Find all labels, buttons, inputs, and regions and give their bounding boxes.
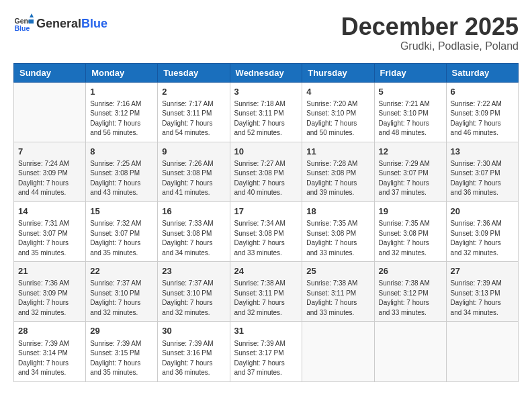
calendar-day-22: 22Sunrise: 7:37 AM Sunset: 3:10 PM Dayli… [86,262,158,322]
day-info: Sunrise: 7:29 AM Sunset: 3:07 PM Dayligh… [379,159,442,198]
calendar-day-26: 26Sunrise: 7:38 AM Sunset: 3:12 PM Dayli… [374,262,446,322]
logo-general-text: General [36,17,81,30]
day-number: 3 [234,86,298,98]
calendar-day-7: 7Sunrise: 7:24 AM Sunset: 3:09 PM Daylig… [14,142,86,201]
day-info: Sunrise: 7:39 AM Sunset: 3:13 PM Dayligh… [451,279,514,318]
day-info: Sunrise: 7:39 AM Sunset: 3:16 PM Dayligh… [162,339,225,378]
day-number: 26 [379,265,442,277]
calendar-day-4: 4Sunrise: 7:20 AM Sunset: 3:10 PM Daylig… [302,82,374,142]
calendar-day-19: 19Sunrise: 7:35 AM Sunset: 3:08 PM Dayli… [374,201,446,261]
day-number: 21 [18,265,81,277]
column-header-saturday: Saturday [446,63,518,82]
day-number: 31 [234,325,298,337]
calendar-day-1: 1Sunrise: 7:16 AM Sunset: 3:12 PM Daylig… [86,82,158,142]
calendar-day-16: 16Sunrise: 7:33 AM Sunset: 3:08 PM Dayli… [158,201,230,261]
svg-marker-3 [29,19,34,24]
calendar-week-row: 14Sunrise: 7:31 AM Sunset: 3:07 PM Dayli… [14,201,519,261]
day-number: 18 [306,205,369,218]
calendar-empty-cell [14,82,86,142]
day-number: 7 [18,146,81,158]
calendar: SundayMondayTuesdayWednesdayThursdayFrid… [13,63,519,382]
column-header-wednesday: Wednesday [230,63,302,82]
title-area: December 2025 Grudki, Podlasie, Poland [341,13,519,52]
calendar-day-15: 15Sunrise: 7:32 AM Sunset: 3:07 PM Dayli… [86,201,158,261]
calendar-day-14: 14Sunrise: 7:31 AM Sunset: 3:07 PM Dayli… [14,201,86,261]
logo-icon: General Blue [13,13,34,34]
day-info: Sunrise: 7:27 AM Sunset: 3:08 PM Dayligh… [234,159,298,198]
day-info: Sunrise: 7:39 AM Sunset: 3:17 PM Dayligh… [234,339,298,378]
day-number: 4 [306,86,369,98]
day-number: 6 [451,86,514,98]
day-info: Sunrise: 7:38 AM Sunset: 3:11 PM Dayligh… [234,279,298,318]
calendar-empty-cell [302,322,374,381]
calendar-week-row: 21Sunrise: 7:36 AM Sunset: 3:09 PM Dayli… [14,262,519,322]
calendar-empty-cell [446,322,518,381]
day-info: Sunrise: 7:17 AM Sunset: 3:11 PM Dayligh… [162,99,225,138]
calendar-day-28: 28Sunrise: 7:39 AM Sunset: 3:14 PM Dayli… [14,322,86,381]
svg-marker-2 [30,13,34,17]
calendar-day-5: 5Sunrise: 7:21 AM Sunset: 3:10 PM Daylig… [374,82,446,142]
column-header-tuesday: Tuesday [158,63,230,82]
calendar-day-23: 23Sunrise: 7:37 AM Sunset: 3:10 PM Dayli… [158,262,230,322]
logo-blue-text: Blue [81,17,107,30]
column-header-friday: Friday [374,63,446,82]
day-info: Sunrise: 7:16 AM Sunset: 3:12 PM Dayligh… [90,99,153,138]
day-number: 11 [306,146,369,158]
day-number: 14 [18,205,81,218]
day-info: Sunrise: 7:37 AM Sunset: 3:10 PM Dayligh… [90,279,153,318]
calendar-week-row: 7Sunrise: 7:24 AM Sunset: 3:09 PM Daylig… [14,142,519,201]
day-number: 12 [379,146,442,158]
calendar-day-20: 20Sunrise: 7:36 AM Sunset: 3:09 PM Dayli… [446,201,518,261]
svg-text:Blue: Blue [15,24,30,32]
day-info: Sunrise: 7:22 AM Sunset: 3:09 PM Dayligh… [451,99,514,138]
calendar-day-18: 18Sunrise: 7:35 AM Sunset: 3:08 PM Dayli… [302,201,374,261]
day-info: Sunrise: 7:20 AM Sunset: 3:10 PM Dayligh… [306,99,369,138]
calendar-day-30: 30Sunrise: 7:39 AM Sunset: 3:16 PM Dayli… [158,322,230,381]
calendar-day-17: 17Sunrise: 7:34 AM Sunset: 3:08 PM Dayli… [230,201,302,261]
day-number: 16 [162,205,225,218]
day-info: Sunrise: 7:39 AM Sunset: 3:14 PM Dayligh… [18,339,81,378]
calendar-day-8: 8Sunrise: 7:25 AM Sunset: 3:08 PM Daylig… [86,142,158,201]
day-number: 2 [162,86,225,98]
calendar-day-31: 31Sunrise: 7:39 AM Sunset: 3:17 PM Dayli… [230,322,302,381]
day-number: 5 [379,86,442,98]
calendar-day-2: 2Sunrise: 7:17 AM Sunset: 3:11 PM Daylig… [158,82,230,142]
calendar-day-25: 25Sunrise: 7:38 AM Sunset: 3:11 PM Dayli… [302,262,374,322]
calendar-day-10: 10Sunrise: 7:27 AM Sunset: 3:08 PM Dayli… [230,142,302,201]
day-number: 19 [379,205,442,218]
day-number: 1 [90,86,153,98]
calendar-week-row: 1Sunrise: 7:16 AM Sunset: 3:12 PM Daylig… [14,82,519,142]
month-title: December 2025 [341,13,519,40]
day-info: Sunrise: 7:34 AM Sunset: 3:08 PM Dayligh… [234,219,298,258]
day-info: Sunrise: 7:35 AM Sunset: 3:08 PM Dayligh… [379,219,442,258]
day-number: 13 [451,146,514,158]
day-info: Sunrise: 7:31 AM Sunset: 3:07 PM Dayligh… [18,219,81,258]
day-info: Sunrise: 7:36 AM Sunset: 3:09 PM Dayligh… [451,219,514,258]
day-number: 20 [451,205,514,218]
day-info: Sunrise: 7:38 AM Sunset: 3:12 PM Dayligh… [379,279,442,318]
day-info: Sunrise: 7:35 AM Sunset: 3:08 PM Dayligh… [306,219,369,258]
day-info: Sunrise: 7:30 AM Sunset: 3:07 PM Dayligh… [451,159,514,198]
day-info: Sunrise: 7:32 AM Sunset: 3:07 PM Dayligh… [90,219,153,258]
calendar-day-11: 11Sunrise: 7:28 AM Sunset: 3:08 PM Dayli… [302,142,374,201]
day-number: 10 [234,146,298,158]
day-info: Sunrise: 7:33 AM Sunset: 3:08 PM Dayligh… [162,219,225,258]
logo: General Blue GeneralBlue [13,13,107,34]
day-number: 8 [90,146,153,158]
day-info: Sunrise: 7:37 AM Sunset: 3:10 PM Dayligh… [162,279,225,318]
column-header-thursday: Thursday [302,63,374,82]
day-info: Sunrise: 7:38 AM Sunset: 3:11 PM Dayligh… [306,279,369,318]
day-number: 24 [234,265,298,277]
day-number: 28 [18,325,81,337]
calendar-day-12: 12Sunrise: 7:29 AM Sunset: 3:07 PM Dayli… [374,142,446,201]
day-number: 29 [90,325,153,337]
calendar-day-13: 13Sunrise: 7:30 AM Sunset: 3:07 PM Dayli… [446,142,518,201]
day-number: 30 [162,325,225,337]
day-number: 22 [90,265,153,277]
day-info: Sunrise: 7:24 AM Sunset: 3:09 PM Dayligh… [18,159,81,198]
calendar-day-21: 21Sunrise: 7:36 AM Sunset: 3:09 PM Dayli… [14,262,86,322]
calendar-week-row: 28Sunrise: 7:39 AM Sunset: 3:14 PM Dayli… [14,322,519,381]
header: General Blue GeneralBlue December 2025 G… [13,13,519,52]
calendar-day-3: 3Sunrise: 7:18 AM Sunset: 3:11 PM Daylig… [230,82,302,142]
day-number: 15 [90,205,153,218]
